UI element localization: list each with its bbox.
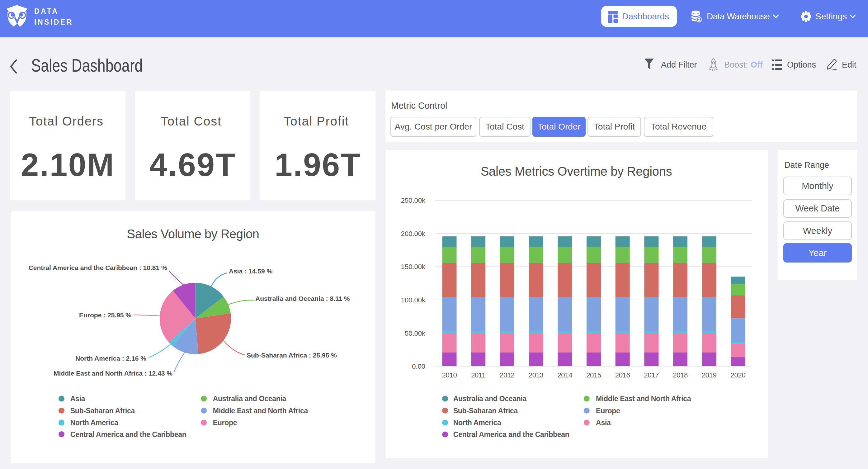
svg-text:Australia and Oceania: Australia and Oceania xyxy=(453,394,527,403)
svg-text:Europe: Europe xyxy=(596,407,620,415)
svg-text:Middle East and North Africa :: Middle East and North Africa : 12.43 % xyxy=(54,370,173,377)
svg-text:Central America and the Caribb: Central America and the Caribbean : 10.8… xyxy=(29,264,167,271)
svg-text:50.00k: 50.00k xyxy=(405,329,426,337)
svg-text:Sub-Saharan Africa: Sub-Saharan Africa xyxy=(70,407,135,415)
svg-text:2013: 2013 xyxy=(529,371,544,379)
svg-text:150.00k: 150.00k xyxy=(401,263,426,271)
svg-text:Central America and the Caribb: Central America and the Caribbean xyxy=(453,430,569,438)
svg-text:Middle East and North Africa: Middle East and North Africa xyxy=(213,407,308,415)
svg-text:2017: 2017 xyxy=(644,371,659,379)
svg-text:2020: 2020 xyxy=(731,371,746,379)
svg-text:Australia and Oceania : 8.11 %: Australia and Oceania : 8.11 % xyxy=(255,295,350,302)
svg-text:2012: 2012 xyxy=(500,371,515,379)
svg-text:Sales Metrics Overtime by Regi: Sales Metrics Overtime by Regions xyxy=(481,165,672,178)
svg-text:Asia : 14.59 %: Asia : 14.59 % xyxy=(229,267,272,275)
svg-text:Central America and the Caribb: Central America and the Caribbean xyxy=(70,430,186,438)
svg-text:Sub-Saharan Africa: Sub-Saharan Africa xyxy=(453,407,518,415)
svg-text:2014: 2014 xyxy=(557,371,572,379)
svg-text:Asia: Asia xyxy=(596,418,611,427)
svg-text:North America: North America xyxy=(453,418,501,427)
svg-text:2018: 2018 xyxy=(673,371,688,379)
svg-text:Europe: Europe xyxy=(213,418,237,427)
svg-text:250.00k: 250.00k xyxy=(401,197,426,204)
svg-text:200.00k: 200.00k xyxy=(401,230,426,238)
svg-text:2019: 2019 xyxy=(702,371,717,379)
svg-text:Middle East and North Africa: Middle East and North Africa xyxy=(596,394,691,403)
svg-text:Europe : 25.95 %: Europe : 25.95 % xyxy=(79,312,131,319)
svg-text:2010: 2010 xyxy=(442,371,457,379)
svg-text:North America : 2.16 %: North America : 2.16 % xyxy=(75,355,146,362)
svg-text:Sales Volume by Region: Sales Volume by Region xyxy=(127,227,259,241)
svg-text:Asia: Asia xyxy=(70,394,85,403)
svg-text:North America: North America xyxy=(70,418,118,427)
svg-text:2015: 2015 xyxy=(586,371,601,379)
svg-text:Sub-Saharan Africa : 25.95 %: Sub-Saharan Africa : 25.95 % xyxy=(247,352,337,359)
svg-text:2011: 2011 xyxy=(471,371,485,379)
svg-text:2016: 2016 xyxy=(615,371,630,379)
svg-text:Australia and Oceania: Australia and Oceania xyxy=(213,394,286,403)
svg-text:0.00: 0.00 xyxy=(412,362,425,370)
svg-text:100.00k: 100.00k xyxy=(401,296,426,304)
